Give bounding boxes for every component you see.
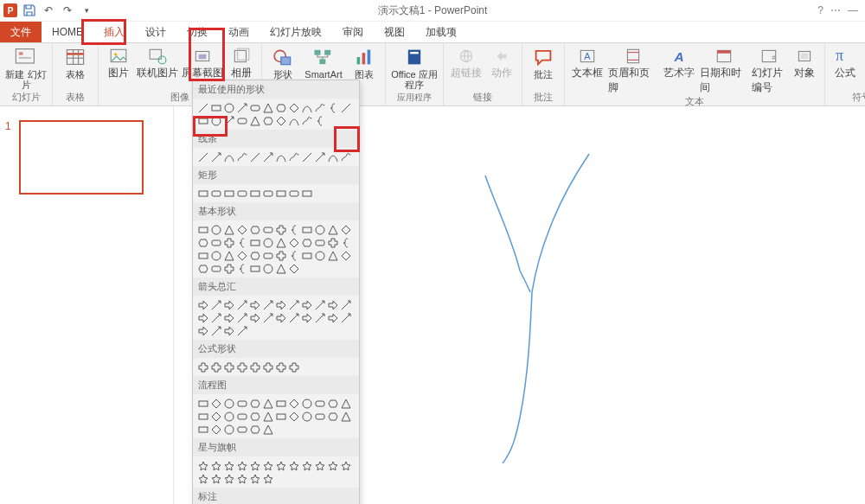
shape-item[interactable]: [274, 236, 287, 249]
shape-item[interactable]: [248, 114, 261, 127]
shape-item[interactable]: [248, 262, 261, 275]
shape-item[interactable]: [287, 150, 300, 163]
ribbon-options-button[interactable]: ⋯: [830, 4, 841, 16]
shape-item[interactable]: [300, 236, 313, 249]
shape-item[interactable]: [339, 236, 352, 249]
shape-item[interactable]: [248, 459, 261, 472]
save-button[interactable]: [22, 3, 36, 17]
shape-item[interactable]: [300, 410, 313, 423]
slide-number-button[interactable]: #幻灯片 编号: [752, 47, 786, 95]
shape-item[interactable]: [287, 223, 300, 236]
shape-item[interactable]: [222, 249, 235, 262]
shape-item[interactable]: [261, 311, 274, 324]
shape-item[interactable]: [222, 360, 235, 373]
shape-item[interactable]: [287, 249, 300, 262]
online-picture-button[interactable]: 联机图片: [137, 47, 178, 91]
shape-item[interactable]: [209, 397, 222, 410]
shape-item[interactable]: [235, 236, 248, 249]
shape-item[interactable]: [313, 236, 326, 249]
shape-item[interactable]: [248, 397, 261, 410]
shape-item[interactable]: [326, 150, 339, 163]
header-footer-button[interactable]: 页眉和页脚: [608, 47, 658, 95]
shape-item[interactable]: [287, 397, 300, 410]
shape-item[interactable]: [222, 472, 235, 485]
shape-item[interactable]: [287, 298, 300, 311]
picture-button[interactable]: 图片: [104, 47, 133, 91]
minimize-button[interactable]: —: [848, 4, 858, 16]
shape-item[interactable]: [196, 324, 209, 337]
shape-item[interactable]: [261, 262, 274, 275]
shape-item[interactable]: [274, 397, 287, 410]
shape-item[interactable]: [300, 397, 313, 410]
shape-item[interactable]: [222, 236, 235, 249]
shape-item[interactable]: [287, 262, 300, 275]
tab-design[interactable]: 设计: [135, 22, 176, 42]
shape-item[interactable]: [222, 410, 235, 423]
shape-item[interactable]: [261, 101, 274, 114]
shape-item[interactable]: [313, 397, 326, 410]
shape-item[interactable]: [196, 410, 209, 423]
new-slide-button[interactable]: 新建 幻灯片: [5, 47, 47, 91]
shape-item[interactable]: [209, 223, 222, 236]
shape-item[interactable]: [261, 360, 274, 373]
shape-item[interactable]: [248, 410, 261, 423]
shape-item[interactable]: [339, 311, 352, 324]
shape-item[interactable]: [261, 114, 274, 127]
wordart-button[interactable]: A艺术字: [662, 47, 696, 95]
shape-item[interactable]: [222, 187, 235, 200]
equation-button[interactable]: π公式: [830, 47, 860, 91]
shape-item[interactable]: [248, 101, 261, 114]
shape-item[interactable]: [300, 114, 313, 127]
shape-item[interactable]: [222, 298, 235, 311]
shape-item[interactable]: [196, 298, 209, 311]
shape-item[interactable]: [300, 101, 313, 114]
help-button[interactable]: ?: [817, 4, 823, 16]
tab-file[interactable]: 文件: [0, 22, 42, 42]
shape-item[interactable]: [222, 459, 235, 472]
shape-item[interactable]: [287, 311, 300, 324]
tab-addin[interactable]: 加载项: [415, 22, 467, 42]
shape-item[interactable]: [209, 423, 222, 436]
shape-item[interactable]: [209, 262, 222, 275]
shape-item[interactable]: [248, 236, 261, 249]
shape-item[interactable]: [209, 187, 222, 200]
shape-item[interactable]: [287, 187, 300, 200]
shape-item[interactable]: [222, 223, 235, 236]
shape-item[interactable]: [339, 249, 352, 262]
action-button[interactable]: 动作: [487, 47, 516, 91]
shape-item[interactable]: [261, 150, 274, 163]
shape-item[interactable]: [248, 249, 261, 262]
shape-item[interactable]: [209, 324, 222, 337]
shape-item[interactable]: [209, 101, 222, 114]
shape-item[interactable]: [287, 410, 300, 423]
shape-item[interactable]: [209, 114, 222, 127]
shape-item[interactable]: [222, 101, 235, 114]
shape-item[interactable]: [196, 472, 209, 485]
shape-item[interactable]: [274, 410, 287, 423]
shape-item[interactable]: [339, 410, 352, 423]
shape-item[interactable]: [261, 423, 274, 436]
shape-item[interactable]: [261, 236, 274, 249]
shape-item[interactable]: [313, 298, 326, 311]
shape-item[interactable]: [261, 187, 274, 200]
shape-item[interactable]: [274, 262, 287, 275]
shape-item[interactable]: [209, 150, 222, 163]
shape-item[interactable]: [235, 397, 248, 410]
shape-item[interactable]: [248, 187, 261, 200]
shape-item[interactable]: [274, 187, 287, 200]
shape-item[interactable]: [235, 410, 248, 423]
shape-item[interactable]: [274, 223, 287, 236]
shape-item[interactable]: [196, 423, 209, 436]
shape-item[interactable]: [196, 397, 209, 410]
shape-item[interactable]: [235, 114, 248, 127]
shape-item[interactable]: [222, 324, 235, 337]
redo-button[interactable]: ↷: [61, 3, 74, 17]
shape-item[interactable]: [248, 223, 261, 236]
tab-transition[interactable]: 切换: [176, 22, 218, 42]
undo-button[interactable]: ↶: [42, 3, 55, 17]
shape-item[interactable]: [235, 249, 248, 262]
shape-item[interactable]: [339, 397, 352, 410]
table-button[interactable]: 表格: [58, 47, 93, 91]
shape-item[interactable]: [313, 101, 326, 114]
shape-item[interactable]: [261, 223, 274, 236]
